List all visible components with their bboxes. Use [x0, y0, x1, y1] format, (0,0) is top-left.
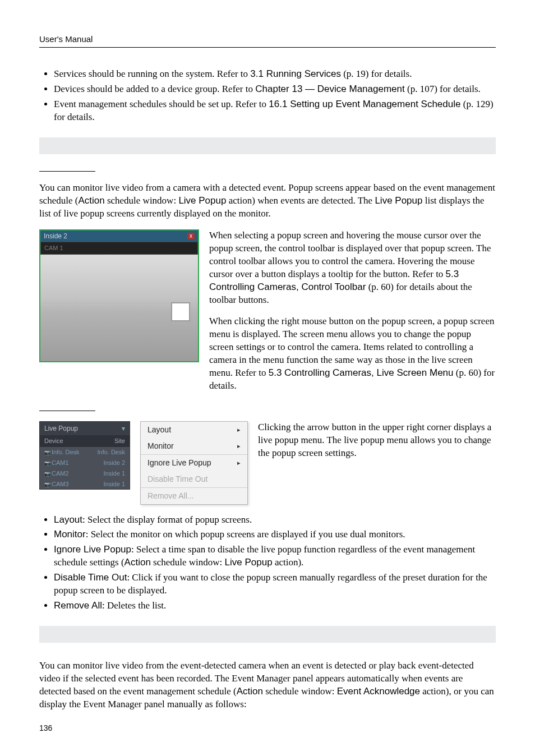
- paragraph: Clicking the arrow button in the upper r…: [258, 421, 496, 460]
- popup-titlebar: Inside 2 x: [40, 231, 198, 242]
- option-name: Monitor: [54, 529, 86, 540]
- live-popup-row: Live Popup ▾ Device Site 📷Info. DeskInfo…: [39, 421, 496, 504]
- table-row[interactable]: 📷CAM1Inside 2: [40, 458, 130, 468]
- page-number: 136: [39, 723, 52, 734]
- text: Event management schedules should be set…: [54, 99, 269, 109]
- keyword: Live Popup: [178, 195, 226, 206]
- submenu-arrow-icon: ▸: [237, 459, 241, 467]
- list-item: Layout: Select the display format of pop…: [54, 514, 496, 527]
- submenu-arrow-icon: ▸: [237, 426, 241, 434]
- menu-item-remove-all: Remove All...: [141, 488, 247, 504]
- table-row[interactable]: 📷CAM3Inside 1: [40, 479, 130, 490]
- table-row[interactable]: 📷Info. DeskInfo. Desk: [40, 447, 130, 458]
- option-name: Layout: [54, 514, 82, 525]
- keyword: Event Acknowledge: [337, 686, 420, 697]
- site-cell: Inside 1: [103, 469, 125, 478]
- device-cell: CAM2: [52, 470, 69, 477]
- text: : Select the display format of popup scr…: [82, 514, 252, 525]
- paragraph: You can monitor live video from a camera…: [39, 182, 496, 220]
- camera-label: CAM 1: [40, 242, 198, 255]
- menu-item-disable-timeout: Disable Time Out: [141, 471, 247, 487]
- page-header: User's Manual: [39, 34, 496, 48]
- text: : Deletes the list.: [102, 600, 166, 611]
- text: (p. 107) for details.: [405, 84, 481, 94]
- list-item: Event management schedules should be set…: [54, 98, 496, 124]
- menu-label: Ignore Live Popup: [147, 458, 211, 468]
- text: schedule window:: [151, 557, 225, 568]
- paragraph: When selecting a popup screen and hoveri…: [209, 229, 496, 307]
- text: action) when events are detected. The: [226, 195, 375, 206]
- device-cell: CAM3: [52, 481, 69, 487]
- live-popup-columns: Device Site: [40, 435, 130, 447]
- menu-item-layout[interactable]: Layout▸: [141, 422, 247, 438]
- ref-link: 3.1 Running Services: [250, 68, 341, 79]
- keyword: Live Popup: [225, 557, 273, 568]
- option-name: Ignore Live Popup: [54, 544, 131, 555]
- section-band: [39, 626, 496, 643]
- paragraph: You can monitor live video from the even…: [39, 660, 496, 711]
- camera-icon: 📷: [44, 482, 50, 487]
- ref-link: 16.1 Setting up Event Management Schedul…: [269, 99, 460, 109]
- keyword: Action: [124, 557, 151, 568]
- text: schedule window:: [263, 686, 337, 697]
- device-cell: Info. Desk: [52, 449, 80, 455]
- col-site: Site: [114, 437, 125, 445]
- menu-label: Disable Time Out: [147, 474, 207, 485]
- camera-icon: 📷: [44, 460, 50, 466]
- menu-label: Layout: [147, 425, 171, 435]
- paragraph: When clicking the right mouse button on …: [209, 315, 496, 393]
- site-cell: Inside 2: [103, 459, 125, 467]
- submenu-arrow-icon: ▸: [237, 442, 241, 450]
- camera-icon: 📷: [44, 471, 50, 477]
- picture-frame-icon: [171, 302, 190, 321]
- list-item: Disable Time Out: Click if you want to c…: [54, 571, 496, 597]
- ref-link: 5.3 Controlling Cameras, Live Screen Men…: [269, 367, 454, 378]
- list-item: Ignore Live Popup: Select a time span to…: [54, 543, 496, 569]
- list-item: Devices should be added to a device grou…: [54, 83, 496, 96]
- keyword: Action: [237, 686, 263, 697]
- ref-link: Chapter 13 — Device Management: [255, 84, 404, 94]
- live-popup-title: Live Popup: [44, 424, 78, 433]
- rule: [39, 411, 95, 411]
- live-popup-panel: Live Popup ▾ Device Site 📷Info. DeskInfo…: [39, 421, 130, 490]
- camera-icon: 📷: [44, 450, 50, 455]
- close-icon[interactable]: x: [187, 233, 195, 239]
- text: (p. 19) for details.: [341, 68, 412, 79]
- page: User's Manual Services should be running…: [0, 0, 535, 756]
- popup-row: Inside 2 x CAM 1 When selecting a popup …: [39, 229, 496, 402]
- col-device: Device: [44, 437, 63, 445]
- keyword: Action: [78, 195, 104, 206]
- menu-description: Clicking the arrow button in the upper r…: [258, 421, 496, 469]
- text: action).: [273, 557, 304, 568]
- chevron-down-icon[interactable]: ▾: [122, 424, 125, 433]
- menu-label: Remove All...: [147, 491, 193, 501]
- list-item: Services should be running on the system…: [54, 68, 496, 81]
- popup-screenshot: Inside 2 x CAM 1: [39, 229, 199, 362]
- site-cell: Info. Desk: [97, 448, 125, 457]
- section-band: [39, 137, 496, 154]
- table-row[interactable]: 📷CAM2Inside 1: [40, 468, 130, 479]
- option-name: Remove All: [54, 600, 102, 611]
- prereq-list: Services should be running on the system…: [39, 68, 496, 124]
- popup-title-text: Inside 2: [44, 232, 67, 241]
- popup-description: When selecting a popup screen and hoveri…: [209, 229, 496, 402]
- text: Devices should be added to a device grou…: [54, 84, 255, 94]
- menu-item-monitor[interactable]: Monitor▸: [141, 438, 247, 454]
- text: schedule window:: [105, 195, 179, 206]
- keyword: Live Popup: [375, 195, 422, 206]
- rule: [39, 171, 95, 172]
- list-item: Monitor: Select the monitor on which pop…: [54, 528, 496, 541]
- options-list: Layout: Select the display format of pop…: [39, 514, 496, 613]
- menu-item-ignore[interactable]: Ignore Live Popup▸: [141, 455, 247, 471]
- live-popup-header: Live Popup ▾: [40, 422, 130, 435]
- video-area: [40, 255, 198, 361]
- list-item: Remove All: Deletes the list.: [54, 600, 496, 612]
- text: Services should be running on the system…: [54, 68, 250, 79]
- text: : Select the monitor on which popup scre…: [86, 529, 405, 540]
- site-cell: Inside 1: [103, 480, 125, 488]
- menu-label: Monitor: [147, 441, 174, 451]
- live-popup-menu: Layout▸ Monitor▸ Ignore Live Popup▸ Disa…: [140, 421, 248, 504]
- device-cell: CAM1: [52, 459, 69, 466]
- option-name: Disable Time Out: [54, 572, 127, 583]
